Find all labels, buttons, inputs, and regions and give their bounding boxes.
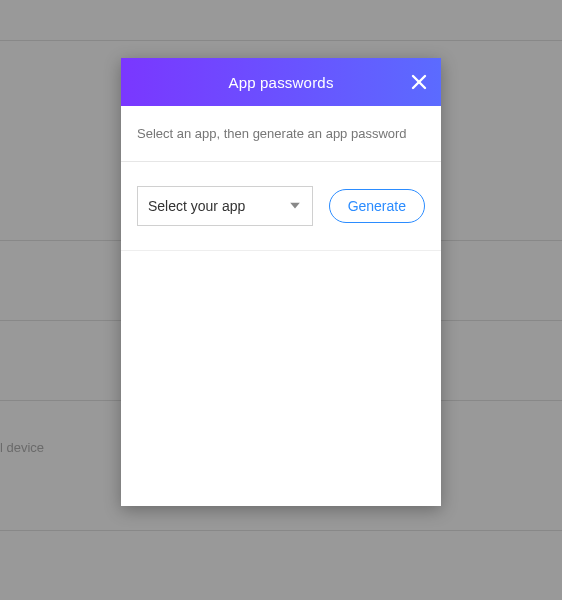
modal-overlay: App passwords Select an app, then genera… bbox=[0, 0, 562, 600]
close-icon bbox=[411, 74, 427, 90]
generate-button[interactable]: Generate bbox=[329, 189, 425, 223]
generate-button-label: Generate bbox=[348, 198, 406, 214]
modal-empty-area bbox=[121, 251, 441, 506]
caret-down-icon bbox=[290, 203, 300, 210]
modal-instructions: Select an app, then generate an app pass… bbox=[121, 106, 441, 162]
app-select-placeholder: Select your app bbox=[148, 198, 245, 214]
app-select[interactable]: Select your app bbox=[137, 186, 313, 226]
modal-header: App passwords bbox=[121, 58, 441, 106]
modal-body: Select your app Generate bbox=[121, 162, 441, 251]
close-button[interactable] bbox=[407, 70, 431, 94]
modal-title: App passwords bbox=[228, 74, 333, 91]
app-passwords-modal: App passwords Select an app, then genera… bbox=[121, 58, 441, 506]
